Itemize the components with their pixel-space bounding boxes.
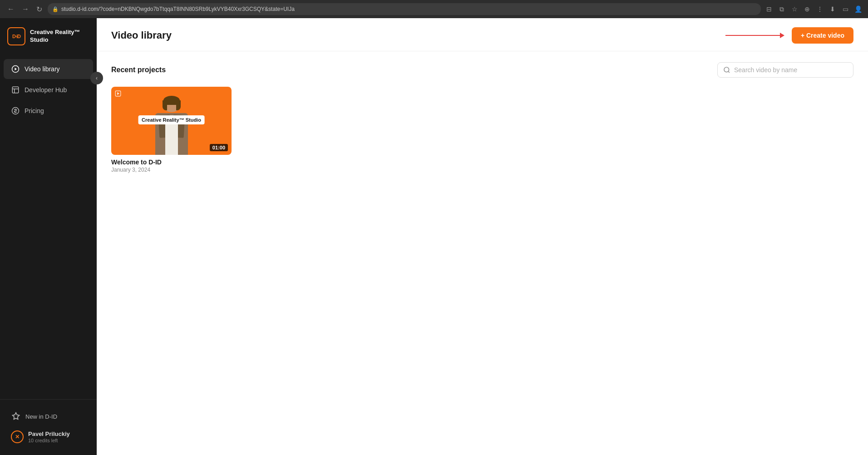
sidebar-nav: Video library Developer Hub [0,54,97,399]
sidebar-item-developer-hub[interactable]: Developer Hub [4,80,93,100]
video-library-icon [11,64,20,74]
video-grid: Creative Reality™ Studio 01:00 [111,87,853,173]
new-in-did-label: New in D-ID [25,413,57,420]
star-icon[interactable]: ☆ [790,5,799,14]
video-card[interactable]: Creative Reality™ Studio 01:00 [111,87,232,173]
sidebar-collapse-button[interactable]: ‹ [90,72,103,84]
search-box[interactable] [717,62,853,78]
forward-button[interactable]: → [20,3,31,15]
sidebar-item-label: Developer Hub [25,86,67,94]
developer-hub-icon [11,85,20,94]
url-text: studio.d-id.com/?code=nDKBNQwgdo7bTtqqaT… [61,6,295,12]
svg-rect-2 [12,87,19,93]
user-avatar: ✕ [11,430,24,443]
sidebar-logo: D·iD Creative Reality™Studio [0,18,97,54]
sidebar-bottom: New in D-ID ✕ Pavel Priluckiy 10 credits… [0,399,97,455]
cast-icon[interactable]: ⊟ [764,5,774,14]
video-overlay-label: Creative Reality™ Studio [138,115,205,124]
browser-chrome: ← → ↻ 🔒 studio.d-id.com/?code=nDKBNQwgdo… [0,0,868,18]
arrow-head [780,33,784,38]
section-title: Recent projects [111,66,166,74]
lock-icon: 🔒 [52,6,59,12]
sidebar-item-label: Pricing [25,107,44,114]
logo-text: Creative Reality™Studio [30,29,80,44]
browser-toolbar: ⊟ ⧉ ☆ ⊕ ⋮ ⬇ ▭ 👤 [764,5,863,14]
user-name: Pavel Priluckiy [28,430,70,437]
extensions-icon[interactable]: ⊕ [803,5,812,14]
window-icon[interactable]: ▭ [841,5,850,14]
video-type-icon [115,90,121,99]
share-icon[interactable]: ⧉ [777,5,786,14]
main-content: Video library + Create video Recent proj… [97,18,868,455]
arrow-line [725,35,780,36]
sidebar-item-video-library[interactable]: Video library [4,59,93,79]
svg-marker-1 [15,68,17,70]
user-credits: 10 credits left [28,438,70,443]
address-bar[interactable]: 🔒 studio.d-id.com/?code=nDKBNQwgdo7bTtqq… [48,3,761,15]
user-info: Pavel Priluckiy 10 credits left [28,430,70,443]
back-button[interactable]: ← [5,3,16,15]
new-features-icon [11,411,21,421]
page-title: Video library [111,30,172,41]
create-video-button[interactable]: + Create video [792,27,853,44]
reload-button[interactable]: ↻ [35,3,44,15]
pricing-icon [11,106,20,115]
download-icon[interactable]: ⬇ [828,5,837,14]
section-header: Recent projects [111,62,853,78]
svg-point-5 [724,67,729,72]
sidebar: D·iD Creative Reality™Studio ‹ Video lib… [0,18,97,455]
svg-line-6 [728,71,730,73]
video-thumbnail: Creative Reality™ Studio 01:00 [111,87,232,155]
video-duration-badge: 01:00 [210,144,228,151]
app-container: D·iD Creative Reality™Studio ‹ Video lib… [0,18,868,455]
search-icon [723,66,730,74]
sidebar-item-label: Video library [25,65,60,73]
main-header: Video library + Create video [97,18,868,51]
sidebar-item-pricing[interactable]: Pricing [4,101,93,121]
user-profile-item[interactable]: ✕ Pavel Priluckiy 10 credits left [7,426,89,448]
person-figure [151,96,192,155]
video-date: January 3, 2024 [111,167,232,173]
menu-icon[interactable]: ⋮ [815,5,824,14]
svg-marker-8 [117,92,119,95]
video-title: Welcome to D-ID [111,158,232,166]
main-body: Recent projects [97,51,868,455]
logo-icon: D·iD [7,27,25,45]
arrow-annotation [725,33,784,38]
new-in-did-item[interactable]: New in D-ID [7,407,89,426]
search-input[interactable] [734,66,848,74]
profile-icon[interactable]: 👤 [853,5,863,14]
header-right: + Create video [725,27,853,44]
